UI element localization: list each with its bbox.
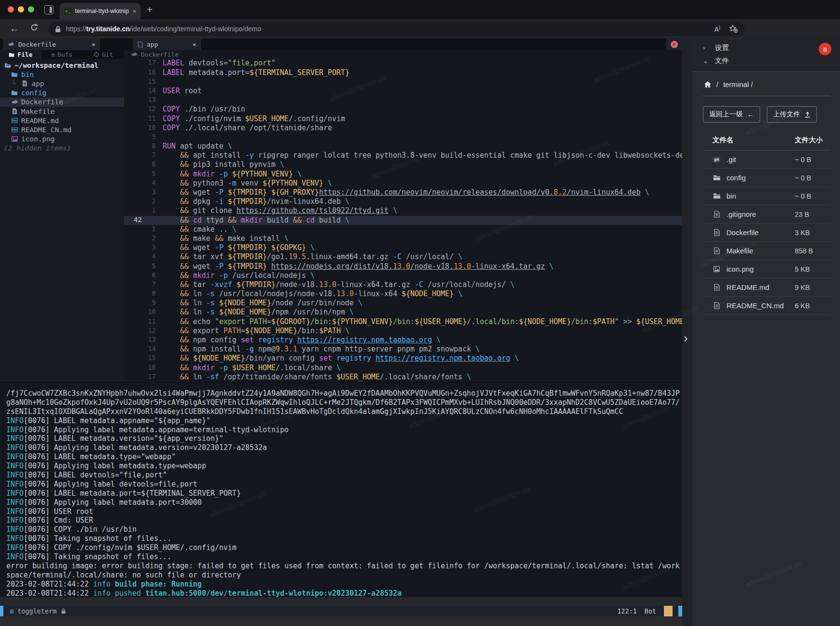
close-all-button[interactable]: ×	[666, 38, 682, 50]
code-line[interactable]: 10 && ln -s ${NODE_HOME}/npm /usr/bin/np…	[124, 308, 682, 317]
section-settings[interactable]: › 设置	[692, 41, 840, 54]
tab-file[interactable]: File	[0, 50, 41, 59]
minimize-window-button[interactable]	[18, 6, 24, 13]
code-line[interactable]: 2 && make && make install \	[124, 234, 682, 243]
tree-item-makefile[interactable]: Makefile	[0, 107, 124, 116]
tab-dockerfile[interactable]: Dockerfile ×	[3, 38, 100, 50]
line-text: && mkdir -p /usr/local/nodejs \	[157, 271, 682, 280]
git-icon	[94, 52, 99, 57]
file-row--gitignore[interactable]: .gitignore23 B	[703, 205, 830, 224]
code-line[interactable]: 13 && npm config set registry https://re…	[124, 336, 682, 345]
file-row-config[interactable]: config~ 0 B	[703, 169, 830, 187]
code-line[interactable]: 13	[124, 96, 682, 105]
code-line[interactable]: 12COPY ./bin /usr/bin	[124, 105, 682, 114]
file-row-readme-md[interactable]: README.md9 KB	[703, 278, 830, 297]
chevron-right-icon: ›	[703, 44, 709, 51]
code-line[interactable]: 15 && ${NODE_HOME}/bin/yarn config set r…	[124, 354, 682, 363]
tab-bufs[interactable]: ▤ Bufs	[41, 50, 83, 59]
file-name: README.md	[726, 283, 795, 291]
file-row--git[interactable]: git.git~ 0 B	[703, 150, 830, 169]
tree-item-icon-png[interactable]: icon.png	[0, 135, 124, 144]
user-badge[interactable]: a	[819, 43, 831, 55]
code-line[interactable]: 12 && export PATH=${NODE_HOME}/bin:$PATH…	[124, 326, 682, 336]
code-line[interactable]: 11 && echo "export PATH=${GOROOT}/bin:${…	[124, 317, 682, 326]
file-icon	[21, 80, 28, 87]
tree-item-readme-cn-md[interactable]: README_CN.md	[0, 125, 124, 134]
scroll-indicator: Bot	[645, 607, 656, 615]
code-line[interactable]: 4 && python3 -m venv ${PYTHON_VENV} \	[124, 179, 682, 188]
back-button[interactable]: ←	[10, 24, 19, 34]
code-line[interactable]: 3 && wget -P ${TMPDIR} ${GOPKG} \	[124, 243, 682, 252]
maximize-window-button[interactable]	[28, 6, 34, 13]
terminal-output[interactable]: /fj7CcwoCW7ZXBc3snKxZNYHpbh7uhwOvx2lsi4W…	[0, 382, 682, 597]
code-line-current[interactable]: 42 && cd ttyd && mkdir build && cd build…	[124, 216, 682, 225]
file-row-bin[interactable]: bin~ 0 B	[703, 187, 830, 205]
code-line[interactable]: 8 && ln -s /usr/local/nodejs/node-v18.13…	[124, 289, 682, 299]
line-text: LABEL metadata.port=${TERMINAL_SERVER_PO…	[157, 68, 682, 77]
code-line[interactable]: 14 && npm install -g npm@9.3.1 yarn cnpm…	[124, 345, 682, 354]
tab-git[interactable]: Git	[83, 50, 124, 59]
add-favorite-icon[interactable]	[729, 25, 738, 33]
upload-file-button[interactable]: 上传文件	[767, 106, 817, 123]
line-number: 9	[124, 299, 157, 308]
code-line[interactable]: 2 && dpkg -i ${TMPDIR}/nvim-linux64.deb …	[124, 197, 682, 206]
code-line[interactable]: 7 && tar -xvzf ${TMPDIR}/node-v18.13.0-l…	[124, 280, 682, 289]
code-line[interactable]: 11COPY ./config/nvim $USER_HOME/.config/…	[124, 114, 682, 124]
file-row-makefile[interactable]: Makefile858 B	[703, 242, 830, 260]
whale-icon	[131, 51, 138, 57]
code-line[interactable]: 14USER root	[124, 87, 682, 96]
code-line[interactable]: 8RUN apt update \	[124, 142, 682, 151]
file-size: 23 B	[795, 211, 830, 218]
code-line[interactable]: 6 && pip3 install pynvim \	[124, 160, 682, 169]
tab-dockerfile-close-icon[interactable]: ×	[91, 41, 95, 48]
tab-close-icon[interactable]: ×	[132, 8, 136, 15]
go-up-button[interactable]: 返回上一级 ←	[703, 106, 760, 123]
refresh-button[interactable]	[30, 23, 38, 32]
tab-overview-icon[interactable]	[44, 5, 53, 14]
panel-toggle-handle[interactable]: ›	[684, 332, 688, 344]
code-line[interactable]: 9	[124, 133, 682, 142]
tree-item-dockerfile[interactable]: Dockerfile	[0, 98, 124, 107]
code-line[interactable]: 17LABEL devtools="file,port"	[124, 59, 682, 68]
line-number: 12	[124, 326, 157, 336]
close-window-button[interactable]	[8, 6, 14, 13]
code-line[interactable]: 9 && ln -s ${NODE_HOME}/node /usr/bin/no…	[124, 299, 682, 308]
code-line[interactable]: 17 && ln -sf /opt/titanide/share/fonts $…	[124, 373, 682, 382]
tree-item-config[interactable]: config	[0, 88, 124, 98]
line-text: && ln -s ${NODE_HOME}/npm /usr/bin/npm \	[157, 308, 682, 317]
new-tab-button[interactable]: +	[147, 4, 153, 15]
file-row-icon-png[interactable]: icon.png5 KB	[703, 260, 830, 278]
address-bar[interactable]: https://try.titanide.cn/ide/web/coding/t…	[48, 22, 745, 36]
home-icon[interactable]	[704, 81, 712, 88]
tab-app[interactable]: app ×	[133, 38, 201, 50]
code-line[interactable]: 6 && mkdir -p /usr/local/nodejs \	[124, 271, 682, 280]
file-row-readme-cn-md[interactable]: README_CN.md6 KB	[703, 297, 830, 315]
code-line[interactable]: 7 && apt install -y ripgrep ranger lolca…	[124, 151, 682, 160]
breadcrumb-path[interactable]: terminal /	[723, 80, 753, 88]
tree-item--2-hidden-items-[interactable]: (2 hidden items)	[0, 144, 124, 153]
code-line[interactable]: 15	[124, 77, 682, 87]
code-line[interactable]: 5 && mkdir -p ${PYTHON_VENV} \	[124, 170, 682, 179]
tab-app-close-icon[interactable]: ×	[192, 41, 196, 48]
browser-tab[interactable]: >_ terminal-ttyd-wlotnipo - Titanl ×	[60, 3, 140, 19]
code-line[interactable]: 4 && tar xvf ${TMPDIR}/go1.19.5.linux-am…	[124, 252, 682, 262]
code-line[interactable]: 1 && git clone https://github.com/tsl092…	[124, 206, 682, 215]
tree-item-readme-md[interactable]: README.md	[0, 116, 124, 125]
code-line[interactable]: 10COPY ./.local/share /opt/titanide/shar…	[124, 124, 682, 133]
section-files[interactable]: ⌄ 文件	[692, 54, 840, 67]
code-line[interactable]: 5 && wget -P ${TMPDIR} https://nodejs.or…	[124, 262, 682, 271]
code-line[interactable]: 3 && wget -P ${TMPDIR} ${GH_PROXY}https:…	[124, 188, 682, 197]
tree-item--workspace-terminal[interactable]: ~/workspace/terminal	[0, 61, 124, 70]
read-aloud-button[interactable]: A)	[714, 25, 720, 33]
tree-item-bin[interactable]: bin	[0, 70, 124, 79]
line-number: 42	[124, 216, 157, 225]
code-line[interactable]: 16 && mkdir -p $USER_HOME/.local/share \	[124, 363, 682, 373]
file-name: .git	[726, 155, 795, 163]
code-editor[interactable]: Dockerfile 17LABEL devtools="file,port"1…	[124, 50, 682, 382]
code-line[interactable]: 16LABEL metadata.port=${TERMINAL_SERVER_…	[124, 68, 682, 77]
tree-item-app[interactable]: └ app	[0, 79, 124, 88]
file-row-dockerfile[interactable]: Dockerfile3 KB	[703, 224, 830, 242]
line-number: 15	[124, 77, 157, 87]
line-text	[157, 77, 682, 87]
code-line[interactable]: 1 && cmake .. \	[124, 225, 682, 234]
